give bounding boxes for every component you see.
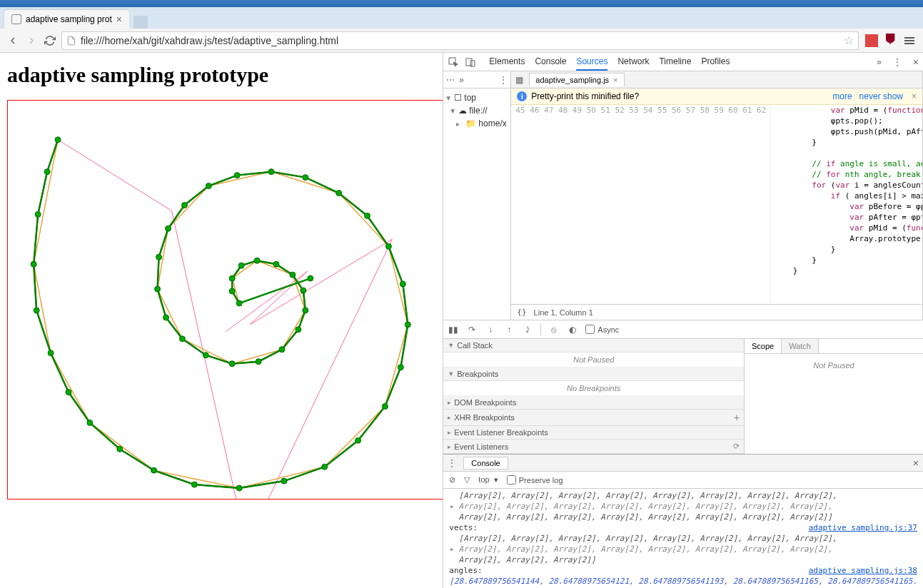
svg-point-43 xyxy=(229,275,235,281)
reload-button[interactable] xyxy=(43,34,57,48)
address-bar[interactable]: file:///home/xah/git/xahdraw.js/test/ada… xyxy=(61,31,859,50)
svg-point-10 xyxy=(191,482,197,487)
page-heading: adaptive sampling prototype xyxy=(7,63,435,87)
step-out-icon[interactable]: ↑ xyxy=(503,324,515,335)
tab-console[interactable]: Console xyxy=(535,54,566,71)
svg-point-30 xyxy=(163,315,169,320)
url-text: file:///home/xah/git/xahdraw.js/test/ada… xyxy=(81,35,839,46)
svg-point-14 xyxy=(355,437,361,443)
call-stack-empty: Not Paused xyxy=(443,353,744,368)
svg-point-38 xyxy=(301,288,306,293)
svg-point-25 xyxy=(206,183,211,189)
pause-icon[interactable]: ▮▮ xyxy=(448,324,459,335)
pretty-more-link[interactable]: more xyxy=(832,91,852,101)
svg-point-28 xyxy=(156,254,162,260)
scope-not-paused: Not Paused xyxy=(745,354,923,377)
watch-tab[interactable]: Watch xyxy=(782,339,819,353)
context-selector[interactable]: top ▾ xyxy=(478,475,498,485)
svg-point-17 xyxy=(405,322,410,328)
svg-point-11 xyxy=(236,485,242,491)
chevron-right-icon[interactable]: » xyxy=(459,75,464,85)
svg-point-26 xyxy=(181,202,187,208)
svg-point-1 xyxy=(44,169,50,175)
event-listeners-header[interactable]: ▸Event Listeners⟳ xyxy=(443,440,744,454)
svg-point-34 xyxy=(256,359,261,365)
xhr-breakpoints-header[interactable]: ▸XHR Breakpoints+ xyxy=(443,410,744,426)
close-icon[interactable]: × xyxy=(116,14,122,24)
svg-point-21 xyxy=(336,191,342,196)
devtools-menu-icon[interactable]: ⋮ xyxy=(893,57,902,67)
console-toolbar: ⊘ ▽ top ▾ Preserve log xyxy=(443,472,923,489)
svg-point-12 xyxy=(281,478,287,484)
dom-breakpoints-header[interactable]: ▸DOM Breakpoints xyxy=(443,396,744,410)
drawer-menu-icon[interactable]: ⋮ xyxy=(448,458,456,468)
file-tab-label: adaptive_sampling.js xyxy=(535,76,609,84)
debugger-toolbar: ▮▮ ↷ ↓ ↑ ⤸ ⦸ ◐ Async xyxy=(443,320,923,339)
step-into-icon[interactable]: ↓ xyxy=(485,324,496,335)
tree-top[interactable]: ▼☐top xyxy=(445,91,509,104)
svg-point-42 xyxy=(238,263,244,268)
svg-point-6 xyxy=(66,390,71,395)
tab-profiles[interactable]: Profiles xyxy=(701,54,730,71)
navigator-menu-icon[interactable]: ⋮ xyxy=(499,75,508,85)
inspect-element-icon[interactable] xyxy=(448,56,459,68)
browser-toolbar: file:///home/xah/git/xahdraw.js/test/ada… xyxy=(0,29,923,53)
bookmark-star-icon[interactable]: ☆ xyxy=(844,34,854,47)
close-icon[interactable]: × xyxy=(913,457,919,469)
pretty-print-icon[interactable]: {} xyxy=(517,308,526,317)
browser-tab[interactable]: adaptive sampling prot × xyxy=(4,10,129,29)
svg-point-7 xyxy=(87,420,93,425)
event-listener-bp-header[interactable]: ▸Event Listener Breakpoints xyxy=(443,426,744,440)
close-icon[interactable]: × xyxy=(613,76,617,84)
svg-point-39 xyxy=(290,272,296,278)
device-mode-icon[interactable] xyxy=(465,56,476,68)
tab-timeline[interactable]: Timeline xyxy=(659,54,691,71)
step-over-icon[interactable]: ↷ xyxy=(466,324,478,335)
breakpoints-header[interactable]: ▼Breakpoints xyxy=(443,368,744,381)
svg-point-24 xyxy=(234,173,240,178)
tab-elements[interactable]: Elements xyxy=(489,54,525,71)
pause-exceptions-icon[interactable]: ⦸ xyxy=(548,324,560,335)
breakpoints-empty: No Breakpoints xyxy=(443,381,744,396)
refresh-icon[interactable]: ⟳ xyxy=(733,442,740,451)
file-tree: ▼☐top ▼☁file:// ▸📁home/x xyxy=(443,88,510,133)
clear-console-icon[interactable]: ⊘ xyxy=(449,475,455,485)
tab-sources[interactable]: Sources xyxy=(576,54,607,71)
async-checkbox[interactable]: Async xyxy=(585,325,619,334)
extension-icon[interactable] xyxy=(865,34,878,47)
tree-folder[interactable]: ▸📁home/x xyxy=(445,117,509,130)
svg-point-45 xyxy=(236,300,242,306)
async-stacks-icon[interactable]: ◐ xyxy=(567,324,578,335)
new-tab-button[interactable] xyxy=(133,16,148,29)
svg-point-33 xyxy=(229,361,235,367)
back-button[interactable] xyxy=(6,34,20,48)
forward-button[interactable] xyxy=(24,34,39,48)
tab-network[interactable]: Network xyxy=(617,54,649,71)
call-stack-header[interactable]: ▼Call Stack xyxy=(443,339,744,353)
more-tabs-icon[interactable]: » xyxy=(877,57,882,67)
spiral-graphic xyxy=(8,101,443,499)
close-icon[interactable]: × xyxy=(912,91,917,101)
line-gutter[interactable]: 45 46 47 48 49 50 51 52 53 54 55 56 57 5… xyxy=(511,105,771,304)
browser-menu-button[interactable] xyxy=(902,34,917,47)
add-icon[interactable]: + xyxy=(734,412,740,423)
pretty-never-link[interactable]: never show xyxy=(859,91,903,101)
svg-point-4 xyxy=(34,308,39,313)
scope-tab[interactable]: Scope xyxy=(745,339,782,353)
ublock-shield-icon[interactable]: ⛊ xyxy=(884,33,897,48)
code-content[interactable]: var pMid = (function (t) {return [t, φf(… xyxy=(771,105,922,304)
editor-file-tab[interactable]: adaptive_sampling.js × xyxy=(529,73,624,86)
devtools-close-icon[interactable]: × xyxy=(913,56,919,68)
preserve-log-checkbox[interactable]: Preserve log xyxy=(507,475,563,485)
file-list-icon[interactable]: ▦ xyxy=(511,75,528,85)
canvas-output xyxy=(7,100,443,500)
deactivate-breakpoints-icon[interactable]: ⤸ xyxy=(522,324,533,335)
svg-point-46 xyxy=(308,275,313,281)
filter-icon[interactable]: ▽ xyxy=(464,475,470,485)
tree-origin[interactable]: ▼☁file:// xyxy=(445,104,509,117)
svg-rect-48 xyxy=(466,59,472,66)
console-drawer-tab[interactable]: Console xyxy=(463,457,508,470)
navigator-dropdown-icon[interactable]: ⋯ xyxy=(446,75,455,85)
console-output[interactable]: [Array[2], Array[2], Array[2], Array[2],… xyxy=(443,489,923,588)
source-editor: ▦ adaptive_sampling.js × i Pretty-print … xyxy=(511,71,923,320)
